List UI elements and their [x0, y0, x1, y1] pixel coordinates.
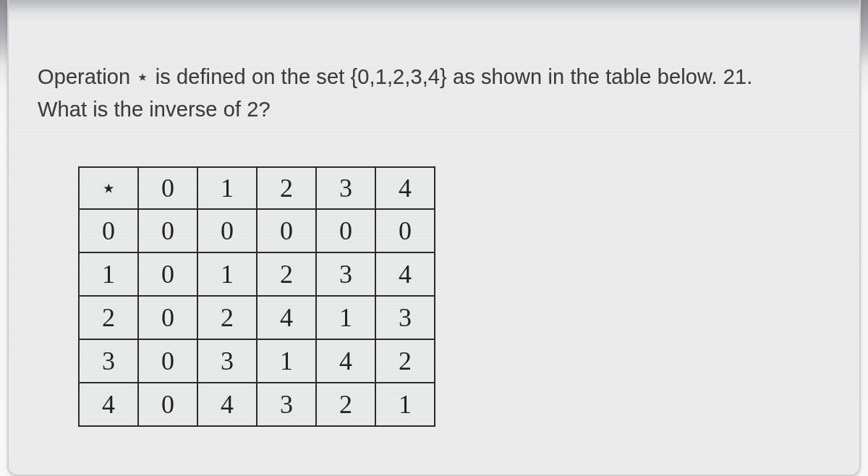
row-header: 0	[79, 209, 138, 252]
cell: 0	[138, 296, 197, 339]
cell: 2	[316, 383, 375, 426]
row-header: 2	[79, 296, 138, 339]
cell: 0	[138, 383, 197, 426]
operation-symbol-cell: ⋆	[79, 167, 138, 209]
cell: 4	[375, 252, 435, 296]
cell: 4	[197, 383, 257, 426]
cell: 2	[375, 339, 435, 383]
row-header: 1	[79, 252, 138, 296]
cell: 1	[197, 252, 257, 296]
cell: 2	[257, 252, 316, 296]
operation-table-wrap: ⋆ 0 1 2 3 4 0 0 0 0 0 0 1 0 1 2 3 4	[78, 166, 859, 427]
cell: 0	[375, 209, 435, 252]
row-header: 3	[79, 339, 138, 383]
question-text: Operation ⋆ is defined on the set {0,1,2…	[38, 61, 830, 126]
cell: 3	[316, 252, 375, 296]
cell: 2	[197, 296, 257, 339]
col-header: 1	[197, 167, 257, 209]
cell: 1	[316, 296, 375, 339]
col-header: 0	[138, 167, 197, 209]
table-row: 0 0 0 0 0 0	[79, 209, 435, 252]
table-header-row: ⋆ 0 1 2 3 4	[79, 167, 435, 209]
col-header: 4	[375, 167, 435, 209]
col-header: 2	[257, 167, 316, 209]
question-card: Operation ⋆ is defined on the set {0,1,2…	[7, 0, 861, 476]
cell: 0	[138, 252, 197, 296]
cell: 0	[138, 339, 197, 383]
cell: 3	[257, 383, 316, 426]
cell: 1	[375, 383, 435, 426]
operation-table: ⋆ 0 1 2 3 4 0 0 0 0 0 0 1 0 1 2 3 4	[78, 166, 435, 427]
cell: 1	[257, 339, 316, 383]
question-line-1: Operation ⋆ is defined on the set {0,1,2…	[38, 65, 752, 88]
table-row: 1 0 1 2 3 4	[79, 252, 435, 296]
col-header: 3	[316, 167, 375, 209]
cell: 0	[316, 209, 375, 252]
table-row: 4 0 4 3 2 1	[79, 383, 435, 426]
cell: 3	[375, 296, 435, 339]
cell: 4	[257, 296, 316, 339]
table-row: 2 0 2 4 1 3	[79, 296, 435, 339]
table-row: 3 0 3 1 4 2	[79, 339, 435, 383]
cell: 4	[316, 339, 375, 383]
cell: 0	[257, 209, 316, 252]
question-line-2: What is the inverse of 2?	[38, 98, 271, 121]
cell: 3	[197, 339, 257, 383]
cell: 0	[197, 209, 257, 252]
cell: 0	[138, 209, 197, 252]
row-header: 4	[79, 383, 138, 426]
